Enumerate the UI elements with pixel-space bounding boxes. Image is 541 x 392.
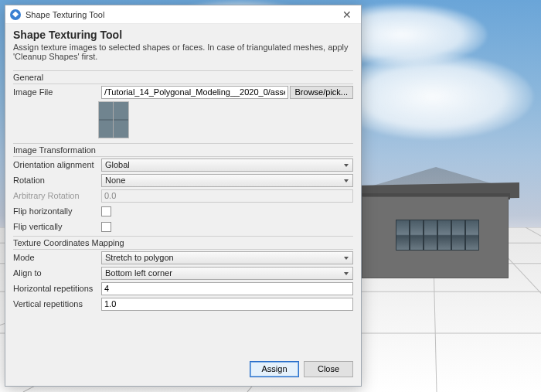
group-image-transformation: Image Transformation bbox=[13, 143, 353, 157]
rotation-dropdown[interactable]: None bbox=[101, 174, 353, 187]
label-arbitrary-rotation: Arbitrary Rotation bbox=[13, 191, 98, 200]
label-rotation: Rotation bbox=[13, 176, 98, 185]
assign-button[interactable]: Assign bbox=[250, 361, 299, 377]
group-tex-coord: Texture Coordinates Mapping bbox=[13, 236, 353, 250]
app-icon bbox=[10, 9, 21, 20]
label-h-reps: Horizontal repetitions bbox=[13, 284, 98, 293]
vertical-repetitions-field[interactable] bbox=[101, 298, 353, 311]
mode-dropdown[interactable]: Stretch to polygon bbox=[101, 251, 353, 264]
dialog-footer: Assign Close bbox=[5, 358, 361, 386]
group-general: General bbox=[13, 70, 353, 84]
flip-horizontal-checkbox[interactable] bbox=[101, 206, 111, 216]
texture-thumbnail[interactable] bbox=[98, 101, 129, 138]
arbitrary-rotation-field bbox=[101, 189, 353, 203]
close-icon[interactable]: ✕ bbox=[338, 8, 356, 22]
label-flip-v: Flip vertically bbox=[13, 222, 98, 231]
label-mode: Mode bbox=[13, 253, 98, 262]
cloud bbox=[332, 54, 533, 139]
label-v-reps: Vertical repetitions bbox=[13, 299, 98, 308]
align-to-value: Bottom left corner bbox=[105, 268, 172, 278]
window-title: Shape Texturing Tool bbox=[26, 10, 333, 19]
label-image-file: Image File bbox=[13, 87, 98, 97]
svg-line-10 bbox=[526, 227, 541, 392]
horizontal-repetitions-field[interactable] bbox=[101, 282, 353, 295]
browse-button[interactable]: Browse/pick... bbox=[290, 86, 353, 99]
building-model bbox=[362, 162, 524, 286]
label-orientation: Orientation alignment bbox=[13, 160, 98, 169]
flip-vertical-checkbox[interactable] bbox=[101, 222, 111, 232]
dialog-subtitle: Assign texture images to selected shapes… bbox=[13, 43, 353, 61]
mode-value: Stretch to polygon bbox=[105, 253, 174, 262]
orientation-value: Global bbox=[105, 160, 130, 169]
label-flip-h: Flip horizontally bbox=[13, 206, 98, 216]
dialog-title: Shape Texturing Tool bbox=[13, 29, 353, 41]
rotation-value: None bbox=[105, 176, 125, 185]
align-to-dropdown[interactable]: Bottom left corner bbox=[101, 267, 353, 280]
image-file-field[interactable] bbox=[101, 86, 288, 99]
label-align-to: Align to bbox=[13, 268, 98, 278]
close-button[interactable]: Close bbox=[304, 361, 353, 377]
shape-texturing-dialog: Shape Texturing Tool ✕ Shape Texturing T… bbox=[5, 5, 362, 387]
titlebar[interactable]: Shape Texturing Tool ✕ bbox=[5, 5, 361, 24]
orientation-dropdown[interactable]: Global bbox=[101, 159, 353, 172]
